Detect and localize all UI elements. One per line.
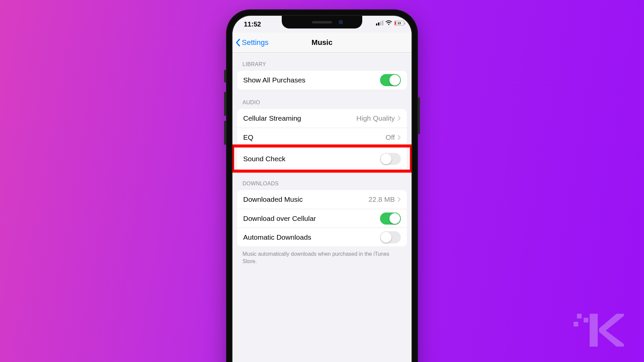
row-value: 22.8 MB [369, 195, 395, 203]
row-label: Download over Cellular [243, 215, 380, 223]
downloads-footer-note: Music automatically downloads when purch… [232, 246, 412, 265]
row-value: High Quality [357, 114, 395, 122]
speaker-grill [312, 21, 332, 23]
group-library: Show All Purchases [237, 71, 407, 89]
row-automatic-downloads[interactable]: Automatic Downloads [237, 228, 407, 246]
row-label: Automatic Downloads [243, 233, 380, 241]
row-label: Sound Check [243, 155, 380, 163]
navigation-bar: Settings Music [232, 33, 412, 53]
row-show-all-purchases[interactable]: Show All Purchases [237, 71, 407, 89]
chevron-right-icon [397, 197, 401, 202]
group-audio: Cellular Streaming High Quality EQ Off S… [237, 109, 407, 171]
row-cellular-streaming[interactable]: Cellular Streaming High Quality [237, 109, 407, 128]
svg-rect-0 [577, 314, 582, 318]
row-sound-check[interactable]: Sound Check [237, 146, 407, 171]
power-button [418, 97, 420, 134]
row-value: Off [385, 133, 395, 141]
cellular-signal-icon [376, 20, 383, 25]
row-label: Show All Purchases [243, 76, 380, 84]
row-downloaded-music[interactable]: Downloaded Music 22.8 MB [237, 190, 407, 209]
wifi-icon [385, 20, 392, 25]
section-header-audio: AUDIO [232, 89, 412, 109]
back-label: Settings [242, 38, 269, 47]
back-button[interactable]: Settings [232, 38, 269, 47]
row-label: Downloaded Music [243, 195, 369, 203]
silent-switch [224, 70, 226, 82]
row-eq[interactable]: EQ Off [237, 128, 407, 146]
row-label: EQ [243, 133, 385, 141]
row-label: Cellular Streaming [243, 114, 357, 122]
watermark-logo [574, 312, 624, 349]
svg-rect-1 [584, 318, 588, 322]
front-camera [339, 20, 343, 24]
svg-rect-2 [574, 322, 578, 326]
notch [282, 16, 362, 28]
toggle-download-over-cellular[interactable] [380, 213, 401, 225]
chevron-right-icon [397, 116, 401, 121]
battery-icon: 13 [394, 21, 404, 25]
section-header-library: LIBRARY [232, 53, 412, 71]
phone-screen: 11:52 13 [232, 16, 412, 362]
settings-content[interactable]: LIBRARY Show All Purchases AUDIO Cellula… [232, 53, 412, 278]
chevron-left-icon [235, 39, 240, 47]
chevron-right-icon [397, 135, 401, 140]
toggle-show-all-purchases[interactable] [380, 74, 401, 86]
volume-up-button [224, 92, 226, 116]
section-header-downloads: DOWNLOADS [232, 171, 412, 190]
status-time: 11:52 [244, 20, 261, 28]
group-downloads: Downloaded Music 22.8 MB Download over C… [237, 190, 407, 246]
battery-percent: 13 [394, 21, 404, 25]
toggle-sound-check[interactable] [380, 153, 401, 165]
phone-frame: 11:52 13 [226, 9, 418, 362]
row-download-over-cellular[interactable]: Download over Cellular [237, 209, 407, 228]
toggle-automatic-downloads[interactable] [380, 231, 401, 243]
volume-down-button [224, 121, 226, 145]
